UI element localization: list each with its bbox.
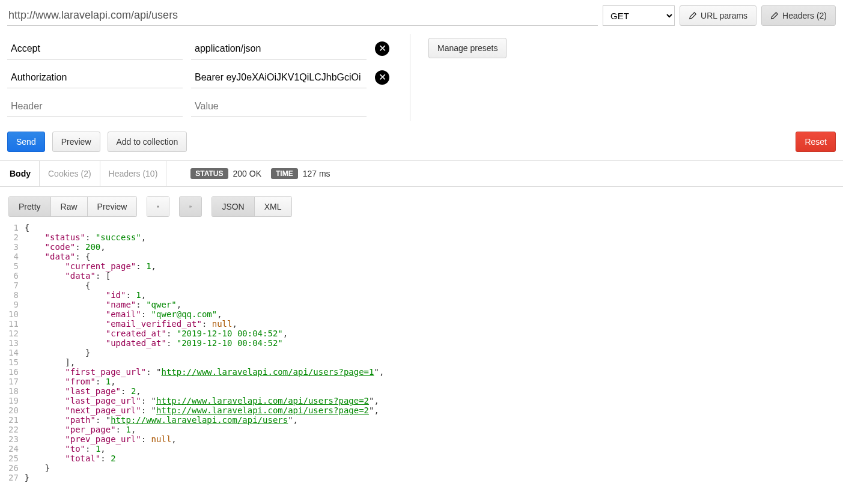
header-value-input[interactable] bbox=[191, 38, 367, 59]
delete-header-button[interactable]: ✕ bbox=[375, 70, 389, 85]
tool-icons-group2 bbox=[179, 196, 202, 217]
send-button[interactable]: Send bbox=[7, 132, 45, 152]
tool-icons-group bbox=[147, 196, 169, 217]
view-preview-button[interactable]: Preview bbox=[88, 196, 138, 217]
code-content[interactable]: { "status": "success", "code": 200, "dat… bbox=[25, 223, 384, 482]
svg-rect-0 bbox=[158, 206, 159, 207]
header-value-input[interactable] bbox=[191, 67, 367, 88]
edit-icon bbox=[689, 11, 697, 20]
manage-presets-button[interactable]: Manage presets bbox=[428, 38, 507, 58]
header-row-blank bbox=[7, 92, 404, 121]
header-row: ✕ bbox=[7, 63, 404, 92]
status-value: 200 OK bbox=[233, 169, 261, 178]
close-icon: ✕ bbox=[379, 73, 386, 82]
response-body-viewer: 1234567891011121314151617181920212223242… bbox=[0, 223, 843, 494]
format-group: JSON XML bbox=[212, 196, 291, 217]
close-icon: ✕ bbox=[379, 44, 386, 53]
square-target-icon bbox=[157, 202, 159, 211]
preview-button[interactable]: Preview bbox=[52, 132, 100, 152]
headers-editor: ✕ ✕ bbox=[7, 34, 404, 121]
url-params-label: URL params bbox=[701, 11, 747, 20]
indent-icon bbox=[189, 202, 192, 211]
header-row: ✕ bbox=[7, 34, 404, 63]
time-label: TIME bbox=[271, 168, 298, 179]
copy-button[interactable] bbox=[147, 196, 169, 217]
wrap-button[interactable] bbox=[179, 196, 202, 217]
time-value: 127 ms bbox=[303, 169, 330, 178]
header-key-input[interactable] bbox=[7, 67, 183, 88]
divider bbox=[410, 34, 410, 121]
header-key-input[interactable] bbox=[7, 38, 183, 59]
view-pretty-button[interactable]: Pretty bbox=[8, 196, 51, 217]
delete-header-button[interactable]: ✕ bbox=[375, 41, 389, 56]
view-mode-group: Pretty Raw Preview bbox=[8, 196, 137, 217]
format-xml-button[interactable]: XML bbox=[255, 196, 292, 217]
url-params-button[interactable]: URL params bbox=[680, 5, 756, 26]
format-json-button[interactable]: JSON bbox=[212, 196, 254, 217]
url-input[interactable] bbox=[7, 5, 598, 26]
reset-button[interactable]: Reset bbox=[796, 132, 836, 152]
add-to-collection-button[interactable]: Add to collection bbox=[108, 132, 187, 152]
tab-body[interactable]: Body bbox=[1, 161, 39, 186]
view-raw-button[interactable]: Raw bbox=[51, 196, 88, 217]
headers-button-label: Headers (2) bbox=[782, 11, 827, 20]
header-value-input[interactable] bbox=[191, 96, 367, 117]
header-key-input[interactable] bbox=[7, 96, 183, 117]
tab-headers[interactable]: Headers (10) bbox=[100, 161, 167, 186]
headers-button[interactable]: Headers (2) bbox=[761, 5, 836, 26]
line-gutter: 1234567891011121314151617181920212223242… bbox=[8, 223, 25, 482]
edit-icon bbox=[770, 11, 779, 20]
tab-cookies[interactable]: Cookies (2) bbox=[39, 161, 100, 186]
status-label: STATUS bbox=[190, 168, 228, 179]
http-method-select[interactable]: GET bbox=[603, 5, 675, 26]
